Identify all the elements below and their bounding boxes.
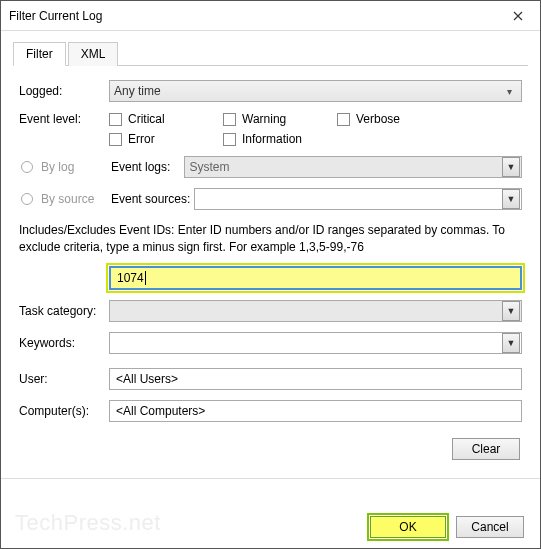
radio-by-source — [21, 193, 33, 205]
check-error[interactable]: Error — [109, 132, 199, 146]
label-by-log: By log — [41, 160, 111, 174]
label-task-category: Task category: — [19, 304, 109, 318]
label-user: User: — [19, 372, 109, 386]
dialog-body: Filter XML Logged: Any time ▾ Event leve… — [1, 31, 540, 506]
titlebar: Filter Current Log — [1, 1, 540, 31]
chevron-down-icon: ▼ — [502, 301, 520, 321]
chevron-down-icon: ▼ — [502, 157, 520, 177]
event-logs-value: System — [189, 160, 229, 174]
check-information[interactable]: Information — [223, 132, 313, 146]
task-category-combo: ▼ — [109, 300, 522, 322]
watermark: TechPress.net — [15, 510, 161, 536]
help-text: Includes/Excludes Event IDs: Enter ID nu… — [19, 222, 522, 256]
checkbox-icon — [109, 133, 122, 146]
cancel-button[interactable]: Cancel — [456, 516, 524, 538]
label-event-logs: Event logs: — [111, 160, 170, 174]
tab-panel-filter: Logged: Any time ▾ Event level: Critical… — [13, 66, 528, 472]
dialog-footer: TechPress.net OK Cancel — [1, 506, 540, 548]
separator — [1, 478, 540, 479]
text-cursor — [145, 271, 146, 285]
checkbox-icon — [223, 133, 236, 146]
checkbox-icon — [337, 113, 350, 126]
logged-value: Any time — [114, 84, 161, 98]
label-event-level: Event level: — [19, 112, 109, 126]
check-critical[interactable]: Critical — [109, 112, 199, 126]
tab-xml[interactable]: XML — [68, 42, 119, 66]
checkbox-icon — [109, 113, 122, 126]
computers-value[interactable] — [114, 401, 517, 421]
label-keywords: Keywords: — [19, 336, 109, 350]
event-id-value: 1074 — [117, 271, 144, 285]
event-id-input[interactable]: 1074 — [109, 266, 522, 290]
check-verbose[interactable]: Verbose — [337, 112, 427, 126]
user-input[interactable] — [109, 368, 522, 390]
tabstrip: Filter XML — [13, 41, 528, 66]
keywords-combo[interactable]: ▼ — [109, 332, 522, 354]
tab-filter[interactable]: Filter — [13, 42, 66, 66]
label-computers: Computer(s): — [19, 404, 109, 418]
label-event-sources: Event sources: — [111, 192, 190, 206]
checkbox-icon — [223, 113, 236, 126]
chevron-down-icon: ▾ — [501, 86, 517, 97]
ok-button[interactable]: OK — [370, 516, 446, 538]
radio-by-log — [21, 161, 33, 173]
label-by-source: By source — [41, 192, 111, 206]
logged-select[interactable]: Any time ▾ — [109, 80, 522, 102]
window-title: Filter Current Log — [9, 9, 102, 23]
chevron-down-icon: ▼ — [502, 189, 520, 209]
close-icon — [513, 11, 523, 21]
event-sources-combo[interactable]: ▼ — [194, 188, 522, 210]
check-warning[interactable]: Warning — [223, 112, 313, 126]
clear-button[interactable]: Clear — [452, 438, 520, 460]
dialog-window: Filter Current Log Filter XML Logged: An… — [0, 0, 541, 549]
close-button[interactable] — [495, 1, 540, 30]
label-logged: Logged: — [19, 84, 109, 98]
event-logs-combo: System ▼ — [184, 156, 522, 178]
computers-input[interactable] — [109, 400, 522, 422]
user-value[interactable] — [114, 369, 517, 389]
chevron-down-icon: ▼ — [502, 333, 520, 353]
event-level-group: Critical Warning Verbose Error Informati… — [109, 112, 522, 146]
